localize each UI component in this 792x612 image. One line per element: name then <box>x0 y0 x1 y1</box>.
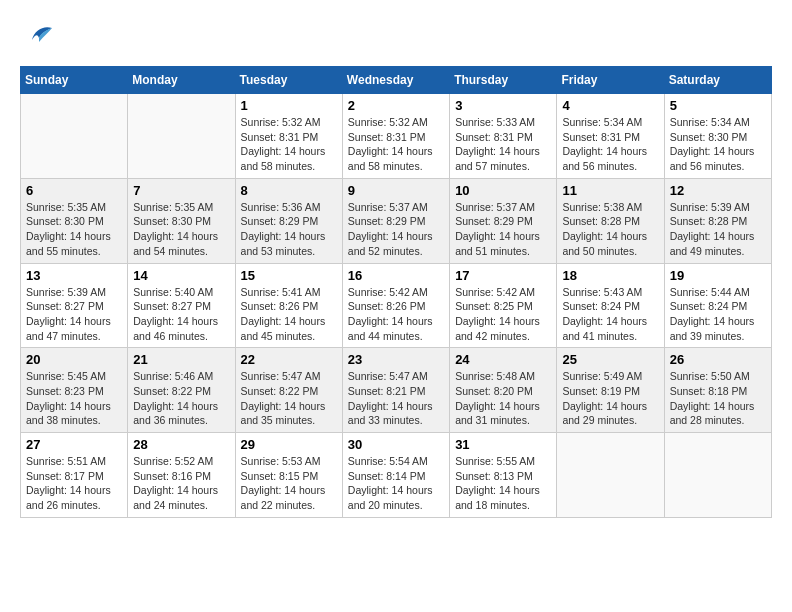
day-number: 14 <box>133 268 229 283</box>
calendar-day-cell: 30Sunrise: 5:54 AM Sunset: 8:14 PM Dayli… <box>342 433 449 518</box>
day-header-sunday: Sunday <box>21 67 128 94</box>
day-info: Sunrise: 5:34 AM Sunset: 8:31 PM Dayligh… <box>562 115 658 174</box>
day-info: Sunrise: 5:50 AM Sunset: 8:18 PM Dayligh… <box>670 369 766 428</box>
day-info: Sunrise: 5:52 AM Sunset: 8:16 PM Dayligh… <box>133 454 229 513</box>
header <box>20 20 772 56</box>
calendar-day-cell: 22Sunrise: 5:47 AM Sunset: 8:22 PM Dayli… <box>235 348 342 433</box>
calendar-day-cell: 20Sunrise: 5:45 AM Sunset: 8:23 PM Dayli… <box>21 348 128 433</box>
calendar-week-row: 20Sunrise: 5:45 AM Sunset: 8:23 PM Dayli… <box>21 348 772 433</box>
day-number: 10 <box>455 183 551 198</box>
calendar-day-cell: 2Sunrise: 5:32 AM Sunset: 8:31 PM Daylig… <box>342 94 449 179</box>
calendar-day-cell: 12Sunrise: 5:39 AM Sunset: 8:28 PM Dayli… <box>664 178 771 263</box>
calendar-day-cell: 6Sunrise: 5:35 AM Sunset: 8:30 PM Daylig… <box>21 178 128 263</box>
day-info: Sunrise: 5:39 AM Sunset: 8:27 PM Dayligh… <box>26 285 122 344</box>
calendar-day-cell: 29Sunrise: 5:53 AM Sunset: 8:15 PM Dayli… <box>235 433 342 518</box>
day-number: 9 <box>348 183 444 198</box>
day-info: Sunrise: 5:32 AM Sunset: 8:31 PM Dayligh… <box>241 115 337 174</box>
calendar-day-cell: 31Sunrise: 5:55 AM Sunset: 8:13 PM Dayli… <box>450 433 557 518</box>
day-header-friday: Friday <box>557 67 664 94</box>
calendar-day-cell <box>128 94 235 179</box>
day-info: Sunrise: 5:33 AM Sunset: 8:31 PM Dayligh… <box>455 115 551 174</box>
day-number: 2 <box>348 98 444 113</box>
calendar-day-cell: 8Sunrise: 5:36 AM Sunset: 8:29 PM Daylig… <box>235 178 342 263</box>
day-info: Sunrise: 5:45 AM Sunset: 8:23 PM Dayligh… <box>26 369 122 428</box>
calendar-day-cell: 17Sunrise: 5:42 AM Sunset: 8:25 PM Dayli… <box>450 263 557 348</box>
calendar-week-row: 6Sunrise: 5:35 AM Sunset: 8:30 PM Daylig… <box>21 178 772 263</box>
day-number: 28 <box>133 437 229 452</box>
day-number: 19 <box>670 268 766 283</box>
day-number: 30 <box>348 437 444 452</box>
day-info: Sunrise: 5:47 AM Sunset: 8:22 PM Dayligh… <box>241 369 337 428</box>
day-info: Sunrise: 5:54 AM Sunset: 8:14 PM Dayligh… <box>348 454 444 513</box>
day-number: 22 <box>241 352 337 367</box>
day-number: 21 <box>133 352 229 367</box>
calendar-day-cell <box>21 94 128 179</box>
calendar-day-cell: 15Sunrise: 5:41 AM Sunset: 8:26 PM Dayli… <box>235 263 342 348</box>
day-number: 26 <box>670 352 766 367</box>
day-number: 25 <box>562 352 658 367</box>
day-number: 12 <box>670 183 766 198</box>
day-info: Sunrise: 5:38 AM Sunset: 8:28 PM Dayligh… <box>562 200 658 259</box>
day-info: Sunrise: 5:37 AM Sunset: 8:29 PM Dayligh… <box>348 200 444 259</box>
calendar-day-cell: 18Sunrise: 5:43 AM Sunset: 8:24 PM Dayli… <box>557 263 664 348</box>
calendar-week-row: 27Sunrise: 5:51 AM Sunset: 8:17 PM Dayli… <box>21 433 772 518</box>
calendar-day-cell: 19Sunrise: 5:44 AM Sunset: 8:24 PM Dayli… <box>664 263 771 348</box>
day-info: Sunrise: 5:42 AM Sunset: 8:25 PM Dayligh… <box>455 285 551 344</box>
calendar-day-cell: 14Sunrise: 5:40 AM Sunset: 8:27 PM Dayli… <box>128 263 235 348</box>
day-number: 13 <box>26 268 122 283</box>
calendar-day-cell: 3Sunrise: 5:33 AM Sunset: 8:31 PM Daylig… <box>450 94 557 179</box>
logo <box>20 20 54 56</box>
calendar-day-cell: 7Sunrise: 5:35 AM Sunset: 8:30 PM Daylig… <box>128 178 235 263</box>
day-info: Sunrise: 5:47 AM Sunset: 8:21 PM Dayligh… <box>348 369 444 428</box>
day-header-thursday: Thursday <box>450 67 557 94</box>
day-info: Sunrise: 5:55 AM Sunset: 8:13 PM Dayligh… <box>455 454 551 513</box>
day-number: 18 <box>562 268 658 283</box>
day-info: Sunrise: 5:39 AM Sunset: 8:28 PM Dayligh… <box>670 200 766 259</box>
calendar-day-cell <box>664 433 771 518</box>
calendar-day-cell: 9Sunrise: 5:37 AM Sunset: 8:29 PM Daylig… <box>342 178 449 263</box>
calendar-day-cell: 13Sunrise: 5:39 AM Sunset: 8:27 PM Dayli… <box>21 263 128 348</box>
calendar-day-cell: 23Sunrise: 5:47 AM Sunset: 8:21 PM Dayli… <box>342 348 449 433</box>
day-number: 29 <box>241 437 337 452</box>
day-info: Sunrise: 5:43 AM Sunset: 8:24 PM Dayligh… <box>562 285 658 344</box>
calendar-day-cell: 1Sunrise: 5:32 AM Sunset: 8:31 PM Daylig… <box>235 94 342 179</box>
calendar-day-cell: 5Sunrise: 5:34 AM Sunset: 8:30 PM Daylig… <box>664 94 771 179</box>
day-number: 24 <box>455 352 551 367</box>
day-info: Sunrise: 5:48 AM Sunset: 8:20 PM Dayligh… <box>455 369 551 428</box>
day-number: 27 <box>26 437 122 452</box>
day-info: Sunrise: 5:49 AM Sunset: 8:19 PM Dayligh… <box>562 369 658 428</box>
calendar-week-row: 1Sunrise: 5:32 AM Sunset: 8:31 PM Daylig… <box>21 94 772 179</box>
calendar-week-row: 13Sunrise: 5:39 AM Sunset: 8:27 PM Dayli… <box>21 263 772 348</box>
day-info: Sunrise: 5:51 AM Sunset: 8:17 PM Dayligh… <box>26 454 122 513</box>
day-number: 15 <box>241 268 337 283</box>
calendar-day-cell: 24Sunrise: 5:48 AM Sunset: 8:20 PM Dayli… <box>450 348 557 433</box>
calendar-day-cell: 11Sunrise: 5:38 AM Sunset: 8:28 PM Dayli… <box>557 178 664 263</box>
day-info: Sunrise: 5:35 AM Sunset: 8:30 PM Dayligh… <box>26 200 122 259</box>
day-info: Sunrise: 5:44 AM Sunset: 8:24 PM Dayligh… <box>670 285 766 344</box>
day-number: 11 <box>562 183 658 198</box>
day-info: Sunrise: 5:35 AM Sunset: 8:30 PM Dayligh… <box>133 200 229 259</box>
day-info: Sunrise: 5:40 AM Sunset: 8:27 PM Dayligh… <box>133 285 229 344</box>
calendar-day-cell: 27Sunrise: 5:51 AM Sunset: 8:17 PM Dayli… <box>21 433 128 518</box>
day-info: Sunrise: 5:36 AM Sunset: 8:29 PM Dayligh… <box>241 200 337 259</box>
calendar-day-cell: 10Sunrise: 5:37 AM Sunset: 8:29 PM Dayli… <box>450 178 557 263</box>
day-number: 6 <box>26 183 122 198</box>
day-info: Sunrise: 5:41 AM Sunset: 8:26 PM Dayligh… <box>241 285 337 344</box>
calendar-day-cell: 16Sunrise: 5:42 AM Sunset: 8:26 PM Dayli… <box>342 263 449 348</box>
day-info: Sunrise: 5:37 AM Sunset: 8:29 PM Dayligh… <box>455 200 551 259</box>
day-info: Sunrise: 5:42 AM Sunset: 8:26 PM Dayligh… <box>348 285 444 344</box>
calendar-day-cell: 26Sunrise: 5:50 AM Sunset: 8:18 PM Dayli… <box>664 348 771 433</box>
day-info: Sunrise: 5:46 AM Sunset: 8:22 PM Dayligh… <box>133 369 229 428</box>
day-number: 17 <box>455 268 551 283</box>
day-number: 3 <box>455 98 551 113</box>
day-number: 7 <box>133 183 229 198</box>
calendar-day-cell: 4Sunrise: 5:34 AM Sunset: 8:31 PM Daylig… <box>557 94 664 179</box>
day-number: 16 <box>348 268 444 283</box>
calendar-day-cell <box>557 433 664 518</box>
calendar-day-cell: 21Sunrise: 5:46 AM Sunset: 8:22 PM Dayli… <box>128 348 235 433</box>
day-number: 1 <box>241 98 337 113</box>
day-info: Sunrise: 5:32 AM Sunset: 8:31 PM Dayligh… <box>348 115 444 174</box>
day-number: 31 <box>455 437 551 452</box>
day-header-saturday: Saturday <box>664 67 771 94</box>
calendar-table: SundayMondayTuesdayWednesdayThursdayFrid… <box>20 66 772 518</box>
